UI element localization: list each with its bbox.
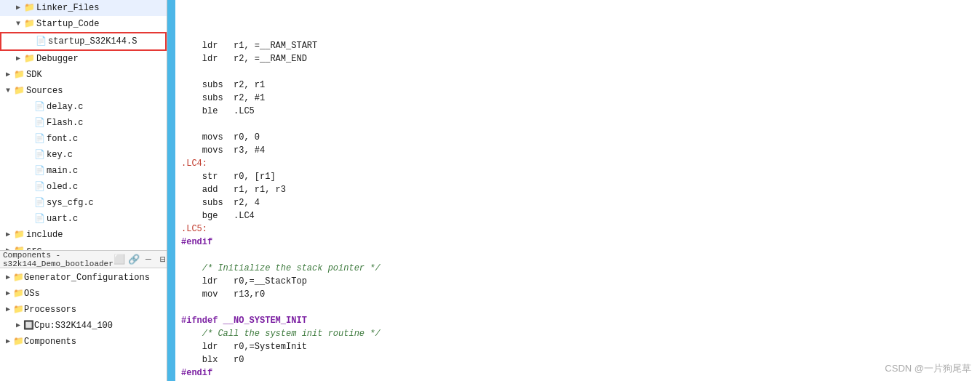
tree-item-label: Flash.c <box>47 116 83 129</box>
arrow-icon: ▶ <box>3 244 13 250</box>
tree-item-label: oled.c <box>47 180 78 193</box>
code-line: ldr r2, =__RAM_END <box>181 52 980 65</box>
code-line: movs r0, 0 <box>181 131 980 144</box>
tree-item-font-c[interactable]: 📄font.c <box>0 131 167 147</box>
collapse-icon[interactable]: ⊟ <box>157 254 167 265</box>
tree-item-sources[interactable]: ▼📁Sources <box>0 83 167 99</box>
arrow-icon: ▶ <box>3 335 13 348</box>
code-line: ldr r0,=SystemInit <box>181 340 980 353</box>
tree-item-label: font.c <box>47 132 78 145</box>
code-lines: ldr r1, =__RAM_START ldr r2, =__RAM_END … <box>175 0 980 381</box>
code-panel[interactable]: ldr r1, =__RAM_START ldr r2, =__RAM_END … <box>171 0 980 381</box>
component-item-label: Processors <box>24 303 76 316</box>
folder-icon: 📁 <box>13 84 25 97</box>
code-line: movs r3, #4 <box>181 144 980 157</box>
component-item-oss[interactable]: ▶📁OSs <box>0 286 167 302</box>
component-item-label: OSs <box>24 287 40 300</box>
code-line: subs r2, r1 <box>181 79 980 92</box>
code-line: .LC4: <box>181 157 980 170</box>
code-line: ble .LC5 <box>181 105 980 118</box>
component-icon: 📁 <box>13 271 24 284</box>
component-item-processors[interactable]: ▶📁Processors <box>0 302 167 318</box>
code-line <box>181 118 980 131</box>
code-line: subs r2, #1 <box>181 92 980 105</box>
component-item-label: Generator_Configurations <box>24 271 150 284</box>
tree-item-label: Sources <box>26 84 63 97</box>
code-line: #endif <box>181 366 980 380</box>
tree-item-delay-c[interactable]: 📄delay.c <box>0 99 167 115</box>
component-item-cpu-s32k144[interactable]: ▶🔲Cpu:S32K144_100 <box>0 318 167 334</box>
code-line: /* Call the system init routine */ <box>181 327 980 340</box>
folder-icon: 📁 <box>13 244 25 250</box>
component-item-components[interactable]: ▶📁Components <box>0 334 167 350</box>
tree-item-debugger[interactable]: ▶📁Debugger <box>0 51 167 67</box>
tree-item-src[interactable]: ▶📁src <box>0 243 167 250</box>
tree-item-main-c[interactable]: 📄main.c <box>0 163 167 179</box>
link-icon[interactable]: 🔗 <box>128 254 140 265</box>
arrow-icon: ▶ <box>13 52 23 65</box>
file-c-icon: 📄 <box>33 132 45 145</box>
component-icon: 📁 <box>13 335 24 348</box>
tree-item-label: uart.c <box>47 212 78 225</box>
folder-icon: 📁 <box>13 228 25 241</box>
code-line: add r1, r1, r3 <box>181 183 980 196</box>
folder-icon: 📁 <box>23 52 35 65</box>
arrow-icon: ▶ <box>13 1 23 15</box>
tree-item-label: Debugger <box>36 52 79 65</box>
file-s-icon: 📄 <box>35 35 47 48</box>
tree-item-label: include <box>26 228 63 241</box>
tree-item-linker-files[interactable]: ▶📁Linker_Files <box>0 0 167 16</box>
file-c-icon: 📄 <box>33 100 45 113</box>
tree-item-label: Linker_Files <box>36 1 99 15</box>
code-line <box>181 65 980 79</box>
component-item-generator-config[interactable]: ▶📁Generator_Configurations <box>0 270 167 286</box>
tree-item-startup-code[interactable]: ▼📁Startup_Code <box>0 16 167 32</box>
components-panel-header: Components - s32k144_Demo_bootloader ⬜ 🔗… <box>0 251 167 268</box>
code-line: ldr r0,=__StackTop <box>181 275 980 288</box>
code-line: bge .LC4 <box>181 209 980 222</box>
file-c-icon: 📄 <box>33 212 45 225</box>
tree-item-label: key.c <box>47 148 73 161</box>
tree-item-label: delay.c <box>47 100 83 113</box>
code-line <box>181 249 980 262</box>
file-tree: ▶📁Linker_Files▼📁Startup_Code📄startup_S32… <box>0 0 167 250</box>
arrow-icon: ▼ <box>13 17 23 31</box>
tree-item-sys-cfg-c[interactable]: 📄sys_cfg.c <box>0 195 167 211</box>
tree-item-label: startup_S32K144.S <box>48 35 137 48</box>
tree-item-key-c[interactable]: 📄key.c <box>0 147 167 163</box>
file-c-icon: 📄 <box>33 148 45 161</box>
code-line: #endif <box>181 236 980 249</box>
tree-item-oled-c[interactable]: 📄oled.c <box>0 179 167 195</box>
code-line: mov r13,r0 <box>181 288 980 301</box>
tree-item-label: sys_cfg.c <box>47 196 94 209</box>
component-icon: 📁 <box>13 287 24 300</box>
components-tree: ▶📁Generator_Configurations▶📁OSs▶📁Process… <box>0 268 167 381</box>
folder-icon: 📁 <box>23 17 35 31</box>
left-panel: ▶📁Linker_Files▼📁Startup_Code📄startup_S32… <box>0 0 167 381</box>
arrow-icon: ▶ <box>13 319 23 332</box>
code-line <box>181 301 980 314</box>
code-line: blx r0 <box>181 353 980 366</box>
components-panel: Components - s32k144_Demo_bootloader ⬜ 🔗… <box>0 250 167 381</box>
tree-item-startup-s32k144[interactable]: 📄startup_S32K144.S <box>0 32 167 51</box>
arrow-icon: ▶ <box>3 228 13 241</box>
tree-item-include[interactable]: ▶📁include <box>0 227 167 243</box>
file-c-icon: 📄 <box>33 196 45 209</box>
code-line: ldr r1, =__RAM_START <box>181 39 980 52</box>
code-line: str r0, [r1] <box>181 170 980 183</box>
minimize-icon[interactable]: — <box>143 254 154 265</box>
component-icon: 🔲 <box>23 319 34 332</box>
arrow-icon: ▶ <box>3 271 13 284</box>
tree-item-label: Startup_Code <box>36 17 99 31</box>
component-icon: 📁 <box>13 303 24 316</box>
code-line: #ifndef __NO_SYSTEM_INIT <box>181 314 980 327</box>
component-item-label: Cpu:S32K144_100 <box>34 319 113 332</box>
folder-icon: 📁 <box>23 1 35 15</box>
tree-item-sdk[interactable]: ▶📁SDK <box>0 67 167 83</box>
copy-icon[interactable]: ⬜ <box>113 254 125 265</box>
tree-item-flash-c[interactable]: 📄Flash.c <box>0 115 167 131</box>
tree-item-uart-c[interactable]: 📄uart.c <box>0 211 167 227</box>
tree-item-label: SDK <box>26 68 42 81</box>
arrow-icon: ▶ <box>3 287 13 300</box>
components-panel-icons: ⬜ 🔗 — ⊟ ✕ <box>113 254 167 265</box>
